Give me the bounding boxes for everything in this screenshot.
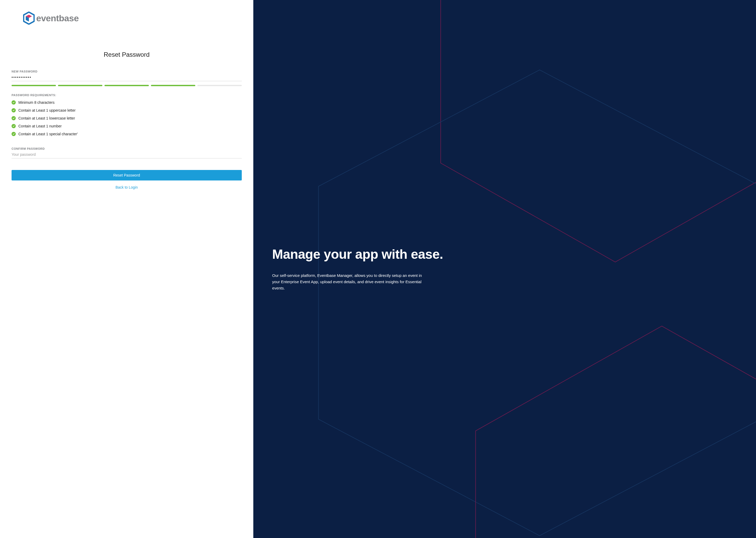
hero-title: Manage your app with ease. [272, 247, 737, 262]
brand-logo: eventbase [23, 12, 242, 25]
requirements-label: PASSWORD REQUIREMENTS: [12, 93, 242, 97]
eventbase-logo-icon [23, 12, 35, 25]
requirement-item: Contain at Least 1 lowercase letter [12, 116, 242, 120]
strength-segment [12, 85, 56, 86]
strength-segment [151, 85, 195, 86]
password-strength-meter [12, 85, 242, 86]
requirements-list: Minimum 8 characters Contain at Least 1 … [12, 100, 242, 140]
requirement-item: Contain at Least 1 number [12, 124, 242, 128]
strength-segment [105, 85, 149, 86]
confirm-password-label: CONFIRM PASSWORD [12, 147, 242, 150]
requirement-item: Contain at Least 1 special character' [12, 132, 242, 136]
strength-segment [58, 85, 102, 86]
back-to-login-link[interactable]: Back to Login [12, 185, 242, 189]
requirement-text: Contain at Least 1 lowercase letter [19, 116, 75, 120]
new-password-group: NEW PASSWORD [12, 70, 242, 81]
check-icon [12, 100, 16, 105]
background-hexagons-icon [253, 0, 756, 538]
page-title: Reset Password [12, 51, 242, 58]
check-icon [12, 132, 16, 136]
requirement-text: Contain at Least 1 uppercase letter [19, 108, 75, 112]
svg-marker-6 [476, 326, 756, 538]
left-panel: eventbase Reset Password NEW PASSWORD PA… [0, 0, 253, 538]
requirement-item: Minimum 8 characters [12, 100, 242, 105]
hero-body: Our self-service platform, Eventbase Man… [272, 272, 424, 291]
requirement-item: Contain at Least 1 uppercase letter [12, 108, 242, 112]
requirement-text: Contain at Least 1 number [19, 124, 62, 128]
requirement-text: Contain at Least 1 special character' [19, 132, 78, 136]
right-panel: Manage your app with ease. Our self-serv… [253, 0, 756, 538]
confirm-password-input[interactable] [12, 151, 242, 158]
requirement-text: Minimum 8 characters [19, 100, 55, 105]
check-icon [12, 108, 16, 112]
check-icon [12, 124, 16, 128]
strength-segment [197, 85, 242, 86]
reset-password-button[interactable]: Reset Password [12, 170, 242, 181]
svg-marker-5 [318, 70, 756, 536]
new-password-label: NEW PASSWORD [12, 70, 242, 73]
brand-name: eventbase [36, 13, 79, 24]
check-icon [12, 116, 16, 120]
new-password-input[interactable] [12, 74, 242, 81]
svg-marker-4 [441, 0, 756, 262]
confirm-password-group: CONFIRM PASSWORD [12, 147, 242, 158]
